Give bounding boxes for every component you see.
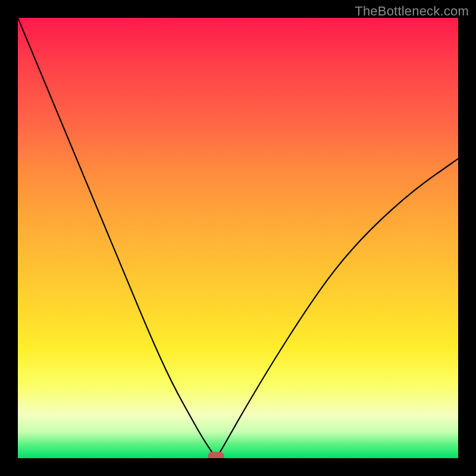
plot-area xyxy=(18,18,458,458)
watermark-text: TheBottleneck.com xyxy=(355,4,469,19)
bottleneck-curve xyxy=(18,18,458,456)
optimum-marker xyxy=(208,452,224,458)
chart-frame: TheBottleneck.com xyxy=(0,0,476,476)
curve-overlay xyxy=(18,18,458,458)
